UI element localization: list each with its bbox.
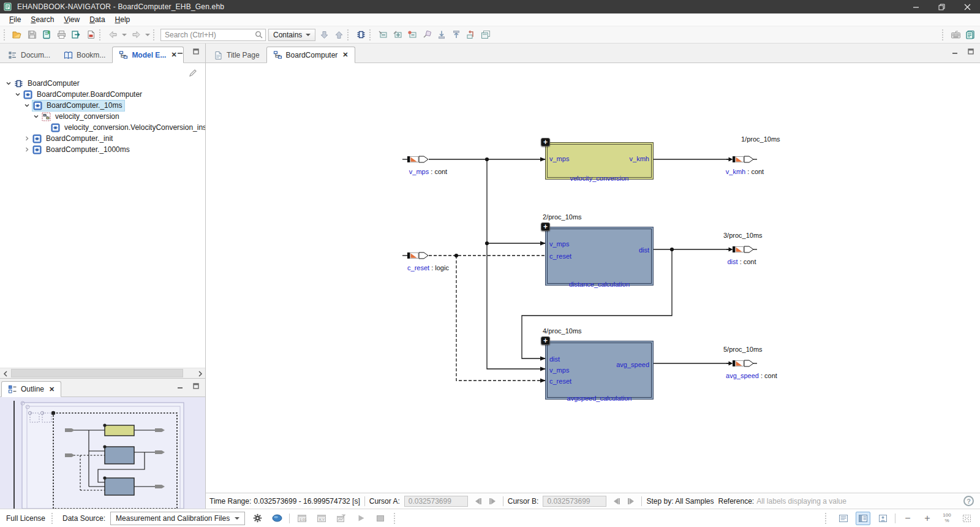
cursor-a-step-back-button[interactable] — [472, 496, 483, 507]
port-out-avg_speed[interactable]: avg_speed — [616, 361, 649, 368]
open-file-button[interactable] — [10, 28, 24, 42]
export-pdf-button[interactable] — [83, 28, 98, 42]
navigate-back-menu-button[interactable] — [120, 28, 129, 42]
save-button[interactable] — [24, 28, 39, 42]
close-window-button[interactable] — [954, 0, 980, 13]
navigate-back-button[interactable] — [105, 28, 120, 42]
tab-model-explorer[interactable]: Model E... ✕ — [112, 47, 183, 63]
maximize-panel-button[interactable] — [190, 381, 202, 391]
expander-expanded-icon[interactable] — [32, 113, 39, 120]
collapse-component-button[interactable] — [375, 28, 390, 42]
scroll-right-icon[interactable] — [195, 368, 205, 379]
keyboard-shortcuts-button[interactable] — [948, 28, 963, 42]
single-page-view-button[interactable] — [836, 512, 851, 525]
port-out-v_kmh[interactable]: v_kmh — [630, 155, 649, 162]
pin-view-button[interactable] — [420, 28, 434, 42]
menu-help[interactable]: Help — [111, 14, 135, 25]
data-source-status-button[interactable] — [270, 512, 284, 525]
block-velocity-conversion[interactable]: v_mps v_kmh velocity_conversion + — [545, 142, 654, 180]
block-avgspeed-calculation[interactable]: dist v_mps c_reset avg_speed avgspeed_ca… — [545, 341, 654, 400]
tree-item-init[interactable]: BoardComputer._init — [0, 133, 205, 144]
tab-documents[interactable]: Docum... — [1, 47, 57, 63]
port-in-dist[interactable]: dist — [549, 355, 560, 363]
menu-data[interactable]: Data — [85, 14, 109, 25]
data-source-dropdown[interactable]: Measurement and Calibration Files — [110, 512, 245, 525]
edit-pencil-icon[interactable] — [188, 68, 198, 78]
scrollbar-thumb[interactable] — [11, 369, 183, 377]
menu-file[interactable]: File — [5, 14, 25, 25]
zoom-out-button[interactable]: − — [900, 512, 915, 525]
port-in-c_reset[interactable]: c_reset — [549, 252, 571, 260]
tree-horizontal-scrollbar[interactable] — [0, 368, 205, 378]
export-button[interactable] — [69, 28, 83, 42]
open-new-view-button[interactable] — [478, 28, 493, 42]
input-connector-v_mps[interactable] — [402, 155, 429, 164]
start-visualization-button[interactable] — [353, 512, 368, 525]
close-tab-icon[interactable]: ✕ — [49, 385, 55, 393]
menu-search[interactable]: Search — [26, 14, 58, 25]
close-tab-icon[interactable]: ✕ — [342, 51, 348, 59]
search-previous-button[interactable] — [331, 28, 346, 42]
expand-component-button[interactable] — [390, 28, 405, 42]
tree-item-velocity-conversion[interactable]: velocity_conversion — [0, 111, 205, 122]
calibration-window-button[interactable]: X,Y — [314, 512, 329, 525]
collapse-all-button[interactable] — [405, 28, 420, 42]
block-distance-calculation[interactable]: v_mps c_reset dist distance_calculation … — [545, 227, 654, 286]
cursor-b-step-back-button[interactable] — [611, 496, 622, 507]
contains-filter-dropdown[interactable]: Contains — [268, 29, 315, 41]
expander-expanded-icon[interactable] — [5, 80, 12, 87]
maximize-panel-button[interactable] — [190, 47, 202, 56]
navigate-forward-menu-button[interactable] — [143, 28, 152, 42]
settings-button[interactable] — [250, 512, 265, 525]
input-connector-c_reset[interactable] — [402, 251, 429, 260]
fit-to-screen-button[interactable] — [959, 512, 974, 525]
expander-expanded-icon[interactable] — [14, 91, 21, 98]
tab-bookmarks[interactable]: Bookm... — [57, 47, 112, 63]
minimize-panel-button[interactable] — [949, 47, 960, 56]
split-view-button[interactable] — [856, 512, 870, 525]
search-input[interactable] — [165, 31, 255, 39]
sync-with-model-button[interactable] — [353, 28, 368, 42]
zoom-in-button[interactable]: + — [920, 512, 935, 525]
cursor-a-input[interactable] — [404, 496, 468, 507]
navigate-out-button[interactable] — [449, 28, 464, 42]
tab-boardcomputer[interactable]: BoardComputer ✕ — [266, 47, 355, 63]
measure-window-button[interactable]: 1.01 — [295, 512, 309, 525]
navigate-into-button[interactable] — [434, 28, 449, 42]
tab-outline[interactable]: Outline ✕ — [1, 381, 61, 397]
print-button[interactable] — [54, 28, 69, 42]
output-connector-dist[interactable] — [726, 245, 757, 254]
expand-block-button[interactable]: + — [541, 138, 550, 146]
reader-view-button[interactable] — [875, 512, 890, 525]
outline-minimap[interactable] — [0, 397, 205, 509]
expander-expanded-icon[interactable] — [23, 102, 30, 109]
open-handbook-button[interactable] — [39, 28, 54, 42]
open-ebook-button[interactable] — [963, 28, 978, 42]
tab-title-page[interactable]: Title Page — [207, 47, 266, 63]
tree-item-boardcomputer-boardcomputer[interactable]: BoardComputer.BoardComputer — [0, 89, 205, 100]
minimize-panel-button[interactable] — [175, 47, 186, 56]
zoom-level-button[interactable]: 100 % — [940, 512, 954, 525]
expand-block-button[interactable]: + — [541, 222, 550, 231]
stop-visualization-button[interactable] — [373, 512, 388, 525]
restore-window-button[interactable] — [929, 0, 954, 13]
tree-item-velocityconversion-inst[interactable]: velocity_conversion.VelocityConversion_i… — [0, 122, 205, 133]
help-button[interactable]: ? — [963, 496, 974, 506]
port-in-c_reset[interactable]: c_reset — [549, 377, 571, 385]
port-in-v_mps[interactable]: v_mps — [549, 155, 569, 162]
tree-item-10ms[interactable]: BoardComputer._10ms — [0, 100, 205, 111]
cursor-b-step-forward-button[interactable] — [626, 496, 637, 507]
expander-collapsed-icon[interactable] — [23, 135, 30, 142]
minimize-panel-button[interactable] — [175, 381, 186, 391]
cursor-a-step-forward-button[interactable] — [488, 496, 499, 507]
cursor-b-input[interactable] — [543, 496, 606, 507]
expand-block-button[interactable]: + — [541, 336, 550, 345]
scroll-left-icon[interactable] — [0, 368, 10, 379]
port-out-dist[interactable]: dist — [639, 246, 649, 254]
output-connector-avg_speed[interactable] — [726, 359, 757, 368]
tree-item-1000ms[interactable]: BoardComputer._1000ms — [0, 144, 205, 155]
signal-window-button[interactable] — [334, 512, 349, 525]
tree-item-boardcomputer[interactable]: BoardComputer — [0, 78, 205, 89]
menu-view[interactable]: View — [59, 14, 84, 25]
go-to-parent-button[interactable] — [464, 28, 478, 42]
